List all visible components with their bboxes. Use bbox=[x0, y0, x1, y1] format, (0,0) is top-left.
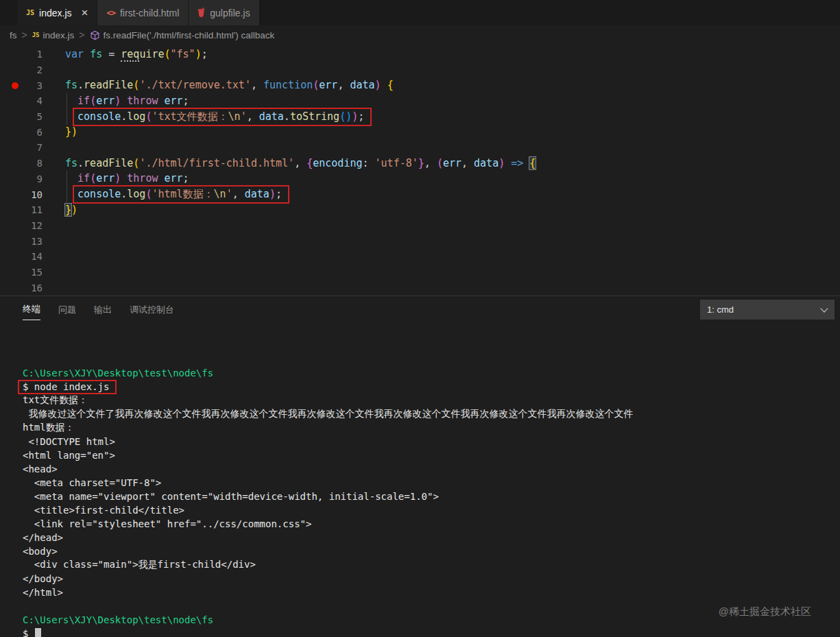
panel-tab-output[interactable]: 输出 bbox=[94, 300, 112, 320]
line-number[interactable]: 3 bbox=[37, 80, 43, 91]
terminal-line: html数据： bbox=[23, 421, 840, 435]
line-number[interactable]: 12 bbox=[31, 220, 43, 231]
code-text: }) bbox=[65, 205, 77, 215]
code-text: }) bbox=[65, 127, 77, 137]
watermark: @稀土掘金技术社区 bbox=[719, 605, 811, 618]
terminal[interactable]: C:\Users\XJY\Desktop\test\node\fs$ node … bbox=[0, 324, 840, 637]
tab-label: index.js bbox=[39, 8, 71, 19]
code-line[interactable]: 7 bbox=[0, 140, 840, 156]
line-number[interactable]: 2 bbox=[37, 64, 43, 75]
annotation-box: console.log('txt文件数据：\n', data.toString(… bbox=[73, 108, 372, 126]
code-line[interactable]: 10 console.log('html数据：\n', data); bbox=[0, 187, 840, 202]
breadcrumb: fs > JS index.js > fs.readFile('./html/f… bbox=[0, 25, 840, 45]
line-number[interactable]: 8 bbox=[37, 158, 43, 169]
terminal-line: <!DOCTYPE html> bbox=[23, 435, 840, 448]
code-line[interactable]: 14 bbox=[0, 249, 840, 265]
gutter[interactable]: 2 bbox=[0, 64, 43, 75]
code-line[interactable]: 11}) bbox=[0, 202, 840, 218]
code-text: console.log('html数据：\n', data); bbox=[65, 189, 289, 200]
line-number[interactable]: 16 bbox=[31, 283, 43, 293]
js-icon: JS bbox=[26, 9, 34, 16]
close-icon[interactable]: × bbox=[82, 7, 88, 19]
panel-tab-terminal[interactable]: 终端 bbox=[23, 300, 40, 320]
line-number[interactable]: 1 bbox=[37, 49, 43, 60]
code-line[interactable]: 6}) bbox=[0, 124, 840, 140]
gutter[interactable]: 16 bbox=[0, 283, 43, 293]
code-line[interactable]: 1var fs = require("fs"); bbox=[0, 47, 840, 62]
code-line[interactable]: 15 bbox=[0, 265, 840, 280]
code-text: if(err) throw err; bbox=[65, 96, 189, 106]
gutter[interactable]: 15 bbox=[0, 267, 43, 278]
breadcrumb-file[interactable]: index.js bbox=[43, 30, 75, 40]
panel-tab-debug-console[interactable]: 调试控制台 bbox=[130, 300, 174, 320]
code-line[interactable]: 9 if(err) throw err; bbox=[0, 171, 840, 187]
line-number[interactable]: 14 bbox=[31, 251, 43, 262]
line-number[interactable]: 11 bbox=[31, 204, 43, 215]
code-line[interactable]: 12 bbox=[0, 218, 840, 234]
terminal-picker-value: 1: cmd bbox=[707, 304, 734, 315]
gulp-icon bbox=[197, 8, 205, 18]
line-number[interactable]: 5 bbox=[37, 111, 43, 122]
line-number[interactable]: 15 bbox=[31, 267, 43, 278]
line-number[interactable]: 9 bbox=[37, 173, 43, 184]
terminal-line: <html lang="en"> bbox=[23, 448, 840, 462]
tab-first-child-html[interactable]: <> first-child.html bbox=[97, 0, 189, 25]
breadcrumb-folder[interactable]: fs bbox=[10, 30, 17, 40]
panel-tab-problems[interactable]: 问题 bbox=[58, 300, 76, 320]
gutter[interactable]: 5 bbox=[0, 111, 43, 122]
code-line[interactable]: 5 console.log('txt文件数据：\n', data.toStrin… bbox=[0, 109, 840, 125]
symbol-method-icon bbox=[90, 30, 100, 40]
tab-index-js[interactable]: JS index.js × bbox=[17, 0, 97, 25]
annotation-box: $ node index.js bbox=[18, 380, 117, 394]
line-number[interactable]: 10 bbox=[31, 189, 43, 200]
annotation-box: console.log('html数据：\n', data); bbox=[73, 185, 289, 204]
code-line[interactable]: 2 bbox=[0, 62, 840, 78]
html-icon: <> bbox=[106, 8, 115, 18]
line-number[interactable]: 7 bbox=[37, 142, 43, 153]
tab-label: gulpfile.js bbox=[210, 8, 250, 19]
code-line[interactable]: 8fs.readFile('./html/first-child.html', … bbox=[0, 156, 840, 171]
panel-header: 终端 问题 输出 调试控制台 1: cmd bbox=[0, 296, 840, 324]
code-line[interactable]: 16 bbox=[0, 280, 840, 296]
code-text: var fs = require("fs"); bbox=[65, 49, 208, 60]
terminal-line: <body> bbox=[23, 544, 840, 558]
code-line[interactable]: 3fs.readFile('./txt/remove.txt', functio… bbox=[0, 77, 840, 93]
gutter[interactable]: 13 bbox=[0, 236, 43, 247]
terminal-picker-dropdown[interactable]: 1: cmd bbox=[700, 300, 835, 320]
terminal-line: $ bbox=[23, 627, 840, 637]
terminal-line: txt文件数据： bbox=[23, 394, 840, 407]
gutter[interactable]: 1 bbox=[0, 49, 43, 60]
code-text: fs.readFile('./txt/remove.txt', function… bbox=[65, 80, 394, 91]
line-number[interactable]: 4 bbox=[37, 95, 43, 106]
terminal-line: $ node index.js bbox=[23, 380, 840, 394]
vscode-window: JS index.js × <> first-child.html gulpfi… bbox=[0, 0, 840, 637]
terminal-cursor bbox=[35, 628, 41, 637]
gutter[interactable]: 12 bbox=[0, 220, 43, 231]
code-line[interactable]: 13 bbox=[0, 233, 840, 249]
gutter[interactable]: 3 bbox=[0, 80, 43, 91]
code-editor[interactable]: 1var fs = require("fs");23fs.readFile('.… bbox=[0, 45, 840, 296]
terminal-line: <head> bbox=[23, 462, 840, 476]
terminal-line: <div class="main">我是first-child</div> bbox=[23, 558, 840, 572]
gutter[interactable]: 14 bbox=[0, 251, 43, 262]
breadcrumb-symbol[interactable]: fs.readFile('./html/first-child.html') c… bbox=[104, 30, 275, 40]
code-line[interactable]: 4 if(err) throw err; bbox=[0, 93, 840, 109]
terminal-line: C:\Users\XJY\Desktop\test\node\fs bbox=[23, 613, 840, 627]
terminal-line: C:\Users\XJY\Desktop\test\node\fs bbox=[23, 366, 840, 380]
terminal-line: <title>first-child</title> bbox=[23, 503, 840, 517]
tab-gulpfile-js[interactable]: gulpfile.js bbox=[189, 0, 259, 25]
gutter[interactable]: 8 bbox=[0, 158, 43, 169]
gutter[interactable]: 6 bbox=[0, 127, 43, 138]
terminal-line: </body> bbox=[23, 572, 840, 586]
line-number[interactable]: 6 bbox=[37, 127, 43, 138]
tab-label: first-child.html bbox=[120, 8, 179, 19]
gutter[interactable]: 7 bbox=[0, 142, 43, 153]
gutter[interactable]: 9 bbox=[0, 173, 43, 184]
gutter[interactable]: 11 bbox=[0, 204, 43, 215]
gutter[interactable]: 10 bbox=[0, 189, 43, 200]
code-text: if(err) throw err; bbox=[65, 173, 189, 184]
breakpoint-icon[interactable] bbox=[12, 82, 19, 89]
gutter[interactable]: 4 bbox=[0, 95, 43, 106]
breadcrumb-separator: > bbox=[79, 29, 84, 40]
line-number[interactable]: 13 bbox=[31, 236, 43, 247]
